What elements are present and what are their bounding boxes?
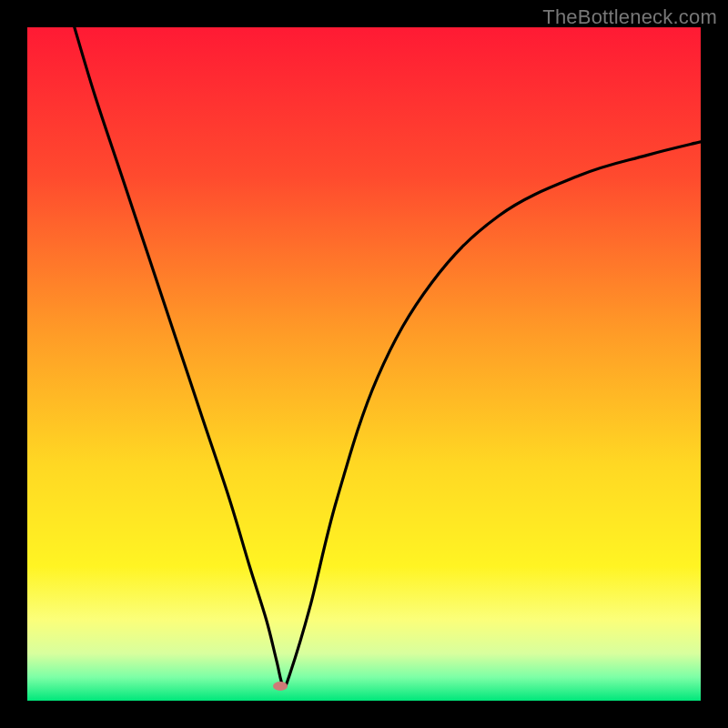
minimum-marker (273, 682, 288, 691)
chart-frame: TheBottleneck.com (0, 0, 728, 728)
bottleneck-curve (27, 27, 701, 701)
plot-area (27, 27, 701, 701)
watermark-text: TheBottleneck.com (542, 5, 717, 29)
